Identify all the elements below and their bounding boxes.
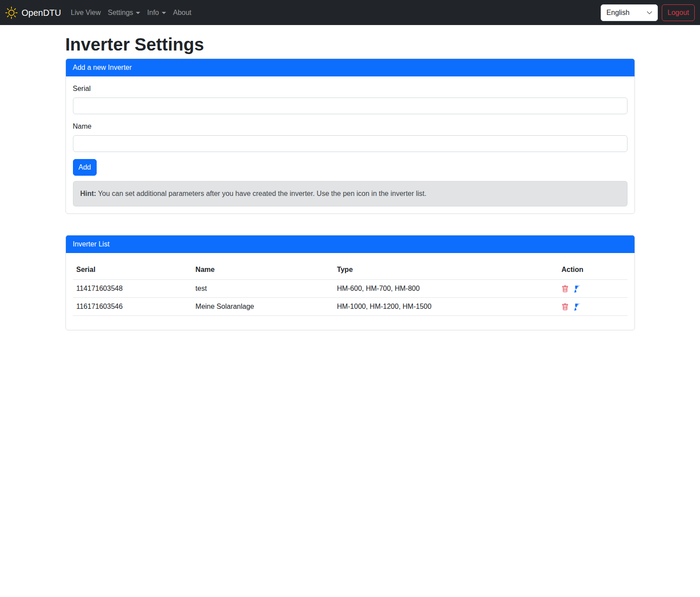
name-input[interactable]	[73, 135, 627, 152]
chevron-down-icon	[136, 12, 140, 14]
serial-input[interactable]	[73, 98, 627, 114]
hint-alert: Hint: You can set additional parameters …	[73, 181, 627, 206]
navbar-right: English Logout	[601, 4, 695, 21]
add-inverter-card-body: Serial Name Add Hint: You can set additi…	[66, 76, 635, 213]
column-header-action: Action	[558, 260, 627, 280]
column-header-name: Name	[192, 260, 334, 280]
nav-item-about[interactable]: About	[170, 4, 195, 22]
top-navbar: OpenDTU Live View Settings Info About En…	[0, 0, 700, 25]
pencil-icon	[574, 304, 581, 311]
nav-item-label: About	[173, 9, 192, 16]
page-title: Inverter Settings	[65, 34, 635, 55]
cell-serial: 116171603546	[73, 298, 192, 316]
cell-type: HM-600, HM-700, HM-800	[334, 280, 558, 298]
hint-alert-text: You can set additional parameters after …	[98, 190, 426, 197]
cell-action	[558, 280, 627, 298]
delete-inverter-button[interactable]	[562, 286, 569, 293]
name-label: Name	[73, 121, 92, 132]
main-content: Inverter Settings Add a new Inverter Ser…	[60, 34, 640, 330]
column-header-serial: Serial	[73, 260, 192, 280]
nav-item-label: Info	[147, 9, 159, 16]
cell-action	[558, 298, 627, 316]
sun-icon	[5, 7, 18, 19]
trash-icon	[562, 304, 569, 311]
cell-name: Meine Solaranlage	[192, 298, 334, 316]
hint-alert-prefix: Hint:	[80, 190, 96, 197]
nav-item-info[interactable]: Info	[144, 4, 170, 22]
cell-serial: 114171603548	[73, 280, 192, 298]
serial-label: Serial	[73, 83, 91, 94]
logout-button[interactable]: Logout	[662, 4, 695, 21]
language-select[interactable]: English	[601, 4, 658, 21]
edit-inverter-button[interactable]	[574, 304, 581, 311]
inverter-table: Serial Name Type Action 114171603548 tes…	[73, 260, 627, 316]
table-row: 116171603546 Meine Solaranlage HM-1000, …	[73, 298, 627, 316]
table-row: 114171603548 test HM-600, HM-700, HM-800	[73, 280, 627, 298]
add-button[interactable]: Add	[73, 159, 97, 176]
edit-inverter-button[interactable]	[574, 286, 581, 293]
add-inverter-card-header: Add a new Inverter	[66, 59, 635, 76]
inverter-table-body: 114171603548 test HM-600, HM-700, HM-800	[73, 280, 627, 316]
brand-label: OpenDTU	[22, 6, 61, 19]
inverter-list-card-header: Inverter List	[66, 235, 635, 253]
cell-type: HM-1000, HM-1200, HM-1500	[334, 298, 558, 316]
add-inverter-card: Add a new Inverter Serial Name Add Hint:…	[65, 58, 635, 214]
language-select-wrap: English	[601, 4, 658, 21]
inverter-list-card-body: Serial Name Type Action 114171603548 tes…	[66, 253, 635, 330]
table-header-row: Serial Name Type Action	[73, 260, 627, 280]
nav-item-live-view[interactable]: Live View	[67, 4, 104, 22]
trash-icon	[562, 286, 569, 293]
cell-name: test	[192, 280, 334, 298]
pencil-icon	[574, 286, 581, 293]
delete-inverter-button[interactable]	[562, 304, 569, 311]
inverter-list-card: Inverter List Serial Name Type Action	[65, 235, 635, 330]
brand-link[interactable]: OpenDTU	[5, 6, 61, 19]
column-header-type: Type	[334, 260, 558, 280]
nav-item-label: Live View	[71, 9, 101, 16]
main-nav: Live View Settings Info About	[67, 4, 601, 22]
nav-item-label: Settings	[108, 9, 133, 16]
nav-item-settings[interactable]: Settings	[104, 4, 144, 22]
chevron-down-icon	[162, 12, 166, 14]
